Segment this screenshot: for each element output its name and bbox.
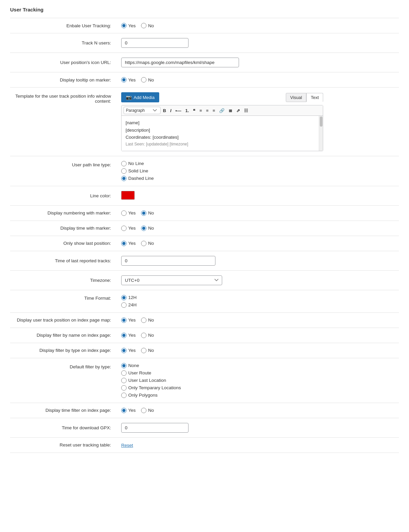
editor-body[interactable]: [name] [description] Coordinates: [coord… [122,116,319,151]
visual-text-tabs: Visual Text [286,93,323,102]
editor-line-1: [name] [126,119,315,127]
no-line-option[interactable]: No Line [121,161,396,166]
filter-none[interactable]: None [121,363,396,368]
time-filter-yes[interactable]: Yes [121,408,136,413]
time-format-group: 12H 24H [121,295,396,308]
tooltip-no[interactable]: No [141,77,154,82]
filter-name-yes[interactable]: Yes [121,333,136,338]
reset-link[interactable]: Reset [121,443,133,448]
last-pos-no[interactable]: No [141,241,154,246]
add-media-icon: 📷 [126,95,132,100]
time-marker-no[interactable]: No [141,226,154,231]
unordered-list-button[interactable]: •― [174,107,183,114]
time-last-tracks-label: Time of last reported tracks: [10,251,118,270]
dashed-line-option[interactable]: Dashed Line [121,176,396,181]
visual-tab-button[interactable]: Visual [286,93,306,102]
scrollbar-thumb [320,117,322,127]
blockquote-button[interactable]: ❝ [191,107,197,114]
filter-type-no[interactable]: No [141,348,154,353]
track-n-users-input[interactable] [121,38,189,48]
display-time-label: Display time with marker: [10,221,118,236]
text-tab-button[interactable]: Text [306,93,323,102]
display-tooltip-group: Yes No [121,77,396,82]
numbering-yes[interactable]: Yes [121,210,136,216]
display-tooltip-label: Display tooltip on marker: [10,72,118,88]
timezone-label: Timezone: [10,270,118,290]
filter-user-route[interactable]: User Route [121,370,396,376]
ordered-list-button[interactable]: 1. [184,107,191,114]
enable-tracking-no[interactable]: No [141,23,154,28]
filter-name-group: Yes No [121,333,396,338]
time-last-tracks-input[interactable] [121,256,215,266]
filter-type-group: Yes No [121,348,396,353]
table-button[interactable]: ≣ [227,107,234,114]
page-title: User Tracking [10,7,399,12]
display-index-label: Display user track position on index pag… [10,312,118,328]
reset-table-label: Reset user tracking table: [10,437,118,453]
italic-button[interactable]: I [168,107,173,114]
tooltip-yes[interactable]: Yes [121,77,136,82]
add-media-label: Add Media [134,95,155,100]
paragraph-select[interactable]: Paragraph [124,107,161,114]
align-center-button[interactable]: ≡ [204,107,210,114]
add-media-button[interactable]: 📷 Add Media [121,92,159,102]
enable-tracking-label: Enbale User Tracking: [10,18,118,33]
filter-type-yes[interactable]: Yes [121,348,136,353]
filter-name-label: Display filter by name on index page: [10,328,118,343]
time-filter-label: Display time filter on index page: [10,403,118,418]
timezone-select[interactable]: UTC+0 UTC+1 UTC+2 UTC-1 UTC-5 [121,275,222,285]
editor-line-3: Coordinates: [coordinates] [126,134,315,141]
default-filter-label: Default filter by type: [10,358,118,403]
display-time-group: Yes No [121,226,396,231]
time-format-12h[interactable]: 12H [121,295,396,300]
editor-line-2: [description] [126,127,315,134]
filter-user-last-location[interactable]: User Last Location [121,378,396,383]
only-last-position-label: Only show last position: [10,236,118,251]
display-index-group: Yes No [121,318,396,323]
icon-url-input[interactable] [121,58,239,67]
link-button[interactable]: 🔗 [217,107,226,114]
align-left-button[interactable]: ≡ [198,107,204,114]
display-numbering-label: Display numbering with marker: [10,205,118,221]
display-numbering-group: Yes No [121,210,396,216]
time-filter-group: Yes No [121,408,396,413]
time-gpx-input[interactable] [121,423,189,433]
filter-temp-locations[interactable]: Only Temparary Locations [121,385,396,391]
template-editor-wrapper: 📷 Add Media Visual Text Paragraph [121,92,323,151]
last-pos-yes[interactable]: Yes [121,241,136,246]
editor-line-4: Last Seen: [updatedate] [timezone] [126,141,315,147]
time-marker-yes[interactable]: Yes [121,226,136,231]
align-right-button[interactable]: ≡ [211,107,217,114]
editor-container: Paragraph B I •― 1. ❝ ≡ ≡ ≡ 🔗 ≣ [121,105,323,151]
bold-button[interactable]: B [161,107,168,114]
default-filter-group: None User Route User Last Location Only … [121,363,396,398]
time-format-24h[interactable]: 24H [121,302,396,308]
enable-tracking-yes[interactable]: Yes [121,23,136,28]
line-color-label: Line color: [10,186,118,205]
time-gpx-label: Time for download GPX: [10,418,118,437]
numbering-no[interactable]: No [141,210,154,216]
editor-toolbar: Paragraph B I •― 1. ❝ ≡ ≡ ≡ 🔗 ≣ [122,105,323,116]
fullscreen-button[interactable]: ⇗ [235,107,242,114]
track-n-users-label: Track N users: [10,33,118,53]
time-filter-no[interactable]: No [141,408,154,413]
line-color-swatch[interactable] [121,191,135,200]
only-last-position-group: Yes No [121,241,396,246]
solid-line-option[interactable]: Solid Line [121,168,396,174]
display-index-no[interactable]: No [141,318,154,323]
grid-button[interactable]: ☷ [242,107,250,114]
enable-tracking-group: Yes No [121,23,396,28]
time-format-label: Time Format: [10,290,118,312]
editor-scrollbar[interactable] [319,116,323,151]
icon-url-label: User position's icon URL: [10,53,118,72]
filter-only-polygons[interactable]: Only Polygons [121,393,396,398]
filter-name-no[interactable]: No [141,333,154,338]
template-label: Template for the user track position inf… [10,88,118,156]
path-line-type-label: User path line type: [10,156,118,186]
path-line-type-group: No Line Solid Line Dashed Line [121,161,396,181]
display-index-yes[interactable]: Yes [121,318,136,323]
filter-type-label: Display filter by type on index page: [10,343,118,358]
